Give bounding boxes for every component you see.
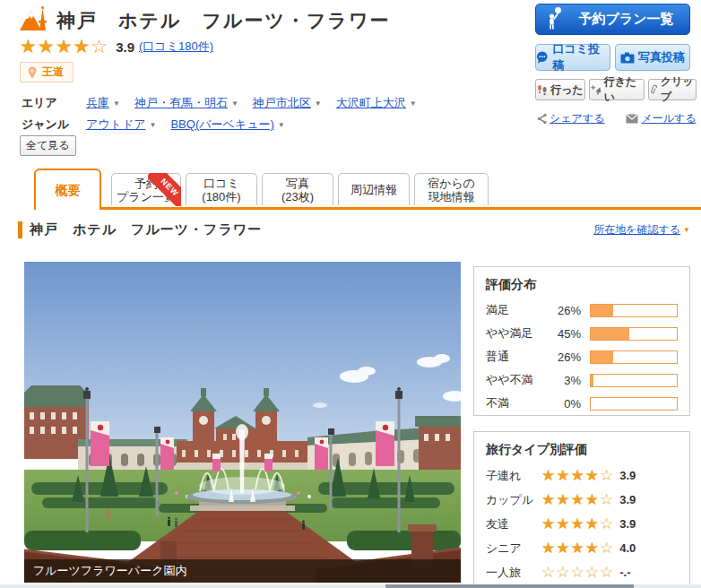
tab-plans[interactable]: 予約 プラン一覧NEW <box>111 173 181 205</box>
section-title: 神戸 ホテル フルーツ・フラワー <box>30 221 262 238</box>
tab-overview[interactable]: 概要 <box>34 169 101 210</box>
want-to-go-button[interactable]: 行きたい <box>589 79 645 100</box>
page-title: 神戸 ホテル フルーツ・フラワー <box>56 8 390 33</box>
rating-dist-bar <box>590 327 678 341</box>
medal-icon <box>26 65 39 80</box>
rating-dist-bar-fill <box>591 328 629 340</box>
stars-display: ☆☆☆☆☆★★★★★ <box>541 492 614 507</box>
rating-distribution-rows: 満足26%やや満足45%普通26%やや不満3%不満0% <box>474 298 689 415</box>
speech-bubble-icon <box>536 51 550 64</box>
area-links: 兵庫▼神戸・有馬・明石▼神戸市北区▼大沢町上大沢▼ <box>86 95 417 111</box>
heading-accent-bar <box>18 221 22 238</box>
post-photo-button[interactable]: 写真投稿 <box>615 44 690 71</box>
dropdown-caret-icon[interactable]: ▼ <box>315 99 322 108</box>
section-heading: 神戸 ホテル フルーツ・フラワー 所在地を確認する ▼ <box>18 221 690 238</box>
rating-dist-percent: 0% <box>543 397 581 411</box>
rating-dist-bar <box>590 397 678 411</box>
photo-caption: フルーツフラワーパーク園内 <box>24 559 461 583</box>
mail-icon <box>626 114 638 124</box>
genre-link[interactable]: アウトドア <box>86 117 146 133</box>
share-link[interactable]: シェアする <box>550 111 604 126</box>
went-button[interactable]: 行った <box>535 79 585 100</box>
travel-type-row: シニア☆☆☆☆☆★★★★★4.0 <box>474 536 689 560</box>
travel-type-rating-panel: 旅行タイプ別評価 子連れ☆☆☆☆☆★★★★★3.9カップル☆☆☆☆☆★★★★★3… <box>473 431 690 585</box>
genre-label: ジャンル <box>22 117 86 133</box>
area-link[interactable]: 神戸・有馬・明石 <box>134 95 228 111</box>
reserve-plans-label: 予約プラン一覧 <box>563 11 689 28</box>
badge-label: 王道 <box>42 65 64 80</box>
dropdown-caret-icon[interactable]: ▼ <box>150 121 157 129</box>
rating-dist-bar-fill <box>591 305 613 316</box>
oudou-badge: 王道 <box>20 62 74 82</box>
reviews-count-link[interactable]: (口コミ180件) <box>139 39 213 55</box>
stars-filled: ★★★★★ <box>541 492 598 507</box>
rating-dist-row: 満足26% <box>474 298 689 322</box>
person-balloon-icon <box>545 6 563 33</box>
rating-dist-row: 不満0% <box>474 392 689 415</box>
rating-dist-bar-fill <box>591 351 613 363</box>
tab-bar: 概要予約 プラン一覧NEW口コミ (180件)写真 (23枚)周辺情報宿からの … <box>34 169 493 210</box>
mail-link[interactable]: メールする <box>641 111 696 126</box>
travel-type-label: 一人旅 <box>486 565 541 581</box>
header-rating: ☆☆☆☆☆★★★★★ 3.9 (口コミ180件) <box>20 37 213 56</box>
horizontal-scrollbar-thumb[interactable] <box>385 584 634 588</box>
went-label: 行った <box>550 82 584 98</box>
travel-type-label: 友達 <box>486 516 541 532</box>
tab-photos[interactable]: 写真 (23枚) <box>262 173 333 205</box>
rating-dist-percent: 26% <box>543 350 581 364</box>
view-all-button[interactable]: 全て見る <box>20 135 76 156</box>
rating-dist-label: 普通 <box>486 349 543 365</box>
dropdown-caret-icon[interactable]: ▼ <box>113 99 120 108</box>
tab-local-info[interactable]: 宿からの 現地情報 <box>414 173 489 205</box>
rating-dist-bar <box>590 374 678 387</box>
post-review-button[interactable]: 口コミ投稿 <box>535 44 610 71</box>
area-row: エリア 兵庫▼神戸・有馬・明石▼神戸市北区▼大沢町上大沢▼ <box>22 95 417 111</box>
rating-dist-bar <box>590 304 678 317</box>
genre-link[interactable]: BBQ(バーベキュー) <box>170 117 273 133</box>
tab-reviews[interactable]: 口コミ (180件) <box>186 173 257 205</box>
stars-filled: ★★★★★ <box>541 468 598 483</box>
rating-dist-bar-fill <box>591 375 593 386</box>
park-photo[interactable]: フルーツフラワーパーク園内 <box>24 262 461 583</box>
travel-type-value: 3.9 <box>619 517 636 531</box>
brand-row: 神戸 ホテル フルーツ・フラワー <box>18 5 390 36</box>
post-photo-label: 写真投稿 <box>638 49 685 65</box>
genre-row: ジャンル アウトドア▼BBQ(バーベキュー)▼ <box>22 117 285 133</box>
rating-dist-label: やや満足 <box>486 325 543 342</box>
reserve-plans-button[interactable]: 予約プラン一覧 <box>535 4 690 35</box>
travel-type-label: カップル <box>486 492 541 508</box>
confirm-location-link[interactable]: 所在地を確認する <box>593 222 680 238</box>
travel-type-label: シニア <box>486 540 541 557</box>
stars-display: ☆☆☆☆☆★★★★★ <box>541 468 614 483</box>
genre-links: アウトドア▼BBQ(バーベキュー)▼ <box>86 117 285 133</box>
clip-button[interactable]: クリップ <box>648 79 697 100</box>
stars-filled: ★★★★★ <box>541 540 600 556</box>
travel-type-value: -.- <box>619 566 630 579</box>
stars-display: ☆☆☆☆☆★★★★★ <box>541 565 614 580</box>
share-item[interactable]: シェアする <box>537 111 604 126</box>
rating-distribution-title: 評価分布 <box>474 267 689 298</box>
tab-around[interactable]: 周辺情報 <box>338 173 410 205</box>
stars-display: ☆☆☆☆☆★★★★★ <box>20 37 108 56</box>
rating-dist-bar <box>590 350 678 364</box>
stars-outline: ☆☆☆☆☆ <box>541 564 614 581</box>
rating-dist-percent: 3% <box>543 374 581 387</box>
mail-item[interactable]: メールする <box>626 111 696 126</box>
rating-dist-label: 満足 <box>486 302 543 318</box>
share-row: シェアする メールする <box>537 111 697 126</box>
dropdown-caret-icon[interactable]: ▼ <box>410 99 417 108</box>
travel-type-value: 4.0 <box>619 541 636 555</box>
rating-value: 3.9 <box>116 39 134 55</box>
area-link[interactable]: 神戸市北区 <box>253 95 311 111</box>
travel-type-value: 3.9 <box>619 493 636 506</box>
travel-type-value: 3.9 <box>619 469 636 482</box>
area-label: エリア <box>22 95 86 111</box>
stars-display: ☆☆☆☆☆★★★★★ <box>541 516 614 532</box>
rating-dist-percent: 26% <box>543 304 581 317</box>
dropdown-caret-icon[interactable]: ▼ <box>278 121 285 129</box>
rating-dist-percent: 45% <box>543 327 581 341</box>
area-link[interactable]: 大沢町上大沢 <box>336 95 406 111</box>
dropdown-caret-icon[interactable]: ▼ <box>231 99 238 108</box>
travel-type-rating-rows: 子連れ☆☆☆☆☆★★★★★3.9カップル☆☆☆☆☆★★★★★3.9友達☆☆☆☆☆… <box>474 463 689 584</box>
area-link[interactable]: 兵庫 <box>86 95 109 111</box>
